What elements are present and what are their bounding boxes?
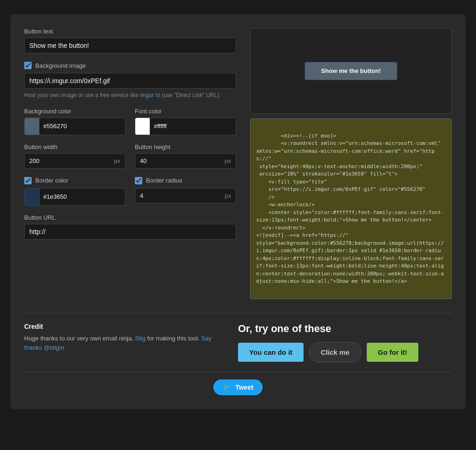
- color-row: Background color Font color: [24, 108, 236, 135]
- left-panel: Button text Background image Host your o…: [24, 28, 236, 299]
- button-width-label: Button width: [24, 143, 126, 150]
- preset-buttons: You can do it Click me Go for it!: [238, 342, 452, 362]
- border-color-group: Border color: [24, 177, 126, 206]
- font-color-input-row: [135, 117, 236, 135]
- border-radius-input-row: px: [135, 188, 236, 203]
- main-container: Button text Background image Host your o…: [10, 14, 466, 409]
- tweet-section: 🐦 Tweet: [24, 372, 452, 395]
- button-height-input[interactable]: [135, 154, 225, 168]
- button-height-input-row: px: [135, 153, 236, 169]
- border-radius-checkbox[interactable]: [135, 177, 142, 184]
- border-color-label: Border color: [35, 177, 68, 184]
- background-color-group: Background color: [24, 108, 126, 135]
- background-image-hint: Host your own image or use a free servic…: [24, 91, 236, 99]
- border-row: Border color Border radius px: [24, 177, 236, 206]
- presets-panel: Or, try one of these You can do it Click…: [238, 323, 452, 362]
- preview-button-text: Show me the button!: [321, 67, 381, 74]
- size-row: Button width px Button height px: [24, 143, 236, 169]
- button-text-label: Button text: [24, 28, 236, 35]
- right-panel: Show me the button! <div><!--[if mso]> <…: [250, 28, 452, 299]
- font-color-label: Font color: [135, 108, 236, 115]
- font-color-group: Font color: [135, 108, 236, 135]
- tweet-label: Tweet: [235, 384, 253, 391]
- preset-button-2[interactable]: Click me: [309, 342, 361, 362]
- background-image-checkbox-row: Background image: [24, 62, 236, 69]
- background-color-label: Background color: [24, 108, 126, 115]
- button-width-px: px: [114, 157, 125, 164]
- tweet-button[interactable]: 🐦 Tweet: [213, 379, 263, 395]
- preview-box: Show me the button!: [250, 28, 452, 114]
- button-width-input[interactable]: [25, 154, 114, 168]
- border-radius-input[interactable]: [135, 189, 225, 203]
- code-box: <div><!--[if mso]> <v:roundrect xmlns:v=…: [250, 118, 452, 299]
- credit-text: Huge thanks to our very own email ninja,…: [24, 334, 229, 352]
- bottom-section: Credit Huge thanks to our very own email…: [24, 313, 452, 362]
- border-color-input-row: [24, 188, 126, 206]
- font-color-swatch: [135, 118, 150, 135]
- background-color-input[interactable]: [40, 119, 125, 133]
- border-color-swatch: [25, 189, 40, 205]
- twitter-icon: 🐦: [223, 383, 231, 391]
- button-text-group: Button text: [24, 28, 236, 53]
- presets-title: Or, try one of these: [238, 323, 452, 335]
- font-color-input[interactable]: [150, 119, 236, 133]
- background-image-group: Background image Host your own image or …: [24, 62, 236, 99]
- border-color-checkbox[interactable]: [24, 177, 32, 184]
- top-section: Button text Background image Host your o…: [24, 28, 452, 299]
- preview-button[interactable]: Show me the button!: [304, 62, 397, 80]
- background-image-input[interactable]: [24, 73, 236, 89]
- button-url-label: Button URL: [24, 214, 236, 221]
- button-width-group: Button width px: [24, 143, 126, 169]
- credit-panel: Credit Huge thanks to our very own email…: [24, 323, 229, 362]
- stig-link[interactable]: Stig: [135, 335, 145, 342]
- border-color-checkbox-row: Border color: [24, 177, 126, 184]
- border-radius-group: Border radius px: [135, 177, 236, 206]
- button-height-group: Button height px: [135, 143, 236, 169]
- imgur-link[interactable]: imgur: [140, 92, 154, 98]
- credit-title: Credit: [24, 323, 229, 330]
- preset-button-1[interactable]: You can do it: [238, 343, 304, 362]
- button-height-label: Button height: [135, 143, 236, 150]
- preset-button-3[interactable]: Go for it!: [367, 343, 418, 362]
- border-radius-label: Border radius: [146, 177, 182, 184]
- background-color-swatch: [25, 118, 40, 135]
- border-radius-checkbox-row: Border radius: [135, 177, 236, 184]
- background-image-label: Background image: [35, 62, 86, 69]
- background-image-checkbox[interactable]: [24, 62, 32, 69]
- button-url-input[interactable]: [24, 224, 236, 240]
- button-text-input[interactable]: [24, 38, 236, 53]
- button-url-group: Button URL: [24, 214, 236, 240]
- border-color-input[interactable]: [40, 189, 125, 204]
- button-height-px: px: [225, 157, 236, 164]
- button-width-input-row: px: [24, 153, 126, 169]
- background-color-input-row: [24, 117, 126, 135]
- code-content: <div><!--[if mso]> <v:roundrect xmlns:v=…: [256, 133, 444, 285]
- border-radius-px: px: [225, 192, 236, 199]
